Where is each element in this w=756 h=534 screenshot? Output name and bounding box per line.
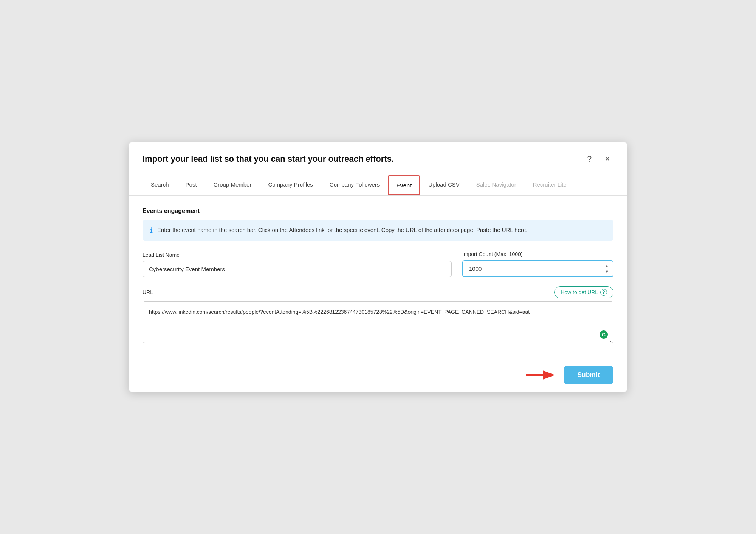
url-section: URL How to get URL ? https://www.linkedi…	[143, 286, 613, 344]
stepper-arrows: ▲ ▼	[604, 264, 610, 274]
stepper-down-button[interactable]: ▼	[604, 269, 610, 274]
tab-upload-csv[interactable]: Upload CSV	[420, 174, 468, 195]
form-row-lead: Lead List Name Import Count (Max: 1000) …	[143, 251, 613, 277]
submit-button[interactable]: Submit	[564, 366, 613, 384]
lead-list-group: Lead List Name	[143, 252, 452, 277]
svg-text:G: G	[602, 332, 606, 338]
arrow-svg	[526, 368, 556, 382]
info-box: ℹ Enter the event name in the search bar…	[143, 220, 613, 241]
import-count-wrapper: ▲ ▼	[462, 260, 613, 277]
help-button[interactable]: ?	[583, 153, 595, 165]
tab-sales-navigator: Sales Navigator	[468, 174, 525, 195]
how-to-url-button[interactable]: How to get URL ?	[554, 286, 613, 298]
url-textarea-wrapper: https://www.linkedin.com/search/results/…	[143, 301, 613, 344]
section-title: Events engagement	[143, 208, 613, 215]
tab-recruiter-lite: Recruiter Lite	[525, 174, 575, 195]
import-count-label: Import Count (Max: 1000)	[462, 251, 613, 257]
url-textarea[interactable]: https://www.linkedin.com/search/results/…	[143, 301, 613, 343]
lead-list-label: Lead List Name	[143, 252, 452, 258]
modal-footer: Submit	[129, 358, 627, 392]
info-icon: ℹ	[150, 226, 153, 235]
lead-list-input[interactable]	[143, 261, 452, 277]
modal-header: Import your lead list so that you can st…	[129, 142, 627, 174]
help-icon: ?	[587, 154, 592, 164]
arrow-indicator	[526, 368, 556, 382]
info-text: Enter the event name in the search bar. …	[157, 226, 527, 235]
modal-container: Import your lead list so that you can st…	[129, 142, 627, 392]
tab-group-member[interactable]: Group Member	[205, 174, 260, 195]
stepper-up-button[interactable]: ▲	[604, 264, 610, 269]
grammarly-icon: G	[598, 329, 609, 340]
header-icons: ? ×	[583, 153, 613, 165]
tab-event[interactable]: Event	[388, 175, 420, 195]
url-row-header: URL How to get URL ?	[143, 286, 613, 298]
import-count-group: Import Count (Max: 1000) ▲ ▼	[462, 251, 613, 277]
tab-search[interactable]: Search	[143, 174, 177, 195]
import-count-input[interactable]	[462, 260, 613, 277]
url-label: URL	[143, 289, 153, 295]
how-to-url-label: How to get URL	[561, 289, 598, 295]
modal-title: Import your lead list so that you can st…	[143, 154, 394, 164]
close-button[interactable]: ×	[601, 153, 613, 165]
modal-body: Events engagement ℹ Enter the event name…	[129, 196, 627, 358]
tab-company-followers[interactable]: Company Followers	[321, 174, 388, 195]
close-icon: ×	[605, 154, 610, 164]
tab-company-profiles[interactable]: Company Profiles	[260, 174, 321, 195]
how-to-url-question-icon: ?	[600, 289, 607, 296]
tab-post[interactable]: Post	[177, 174, 205, 195]
tabs-container: Search Post Group Member Company Profile…	[129, 174, 627, 196]
